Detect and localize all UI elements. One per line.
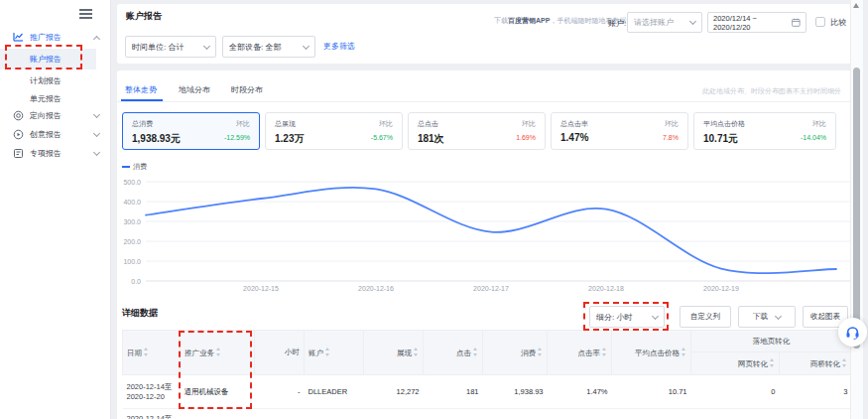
- svg-text:500.0: 500.0: [123, 179, 141, 186]
- stat-ratio-label: 环比: [236, 119, 250, 129]
- sort-icon: [216, 348, 221, 356]
- col-header-business[interactable]: 推广业务: [181, 331, 255, 375]
- sort-icon: [538, 348, 543, 356]
- sort-icon: [842, 358, 847, 367]
- sidebar-item-label: 计划报告: [30, 75, 62, 86]
- col-header-impressions[interactable]: 展现: [364, 331, 424, 375]
- stat-value: 181次: [418, 132, 444, 146]
- chevron-down-icon: [93, 149, 100, 156]
- cell-bridge-conversion: [780, 409, 852, 419]
- cell-clicks: 181: [424, 375, 483, 409]
- sort-icon: [325, 348, 330, 356]
- sidebar-item-account-report[interactable]: 账户报告: [0, 49, 96, 70]
- stat-value: 1.23万: [275, 132, 304, 146]
- cell-web-conversion: 0: [691, 375, 780, 409]
- col-header-bridge-conversion[interactable]: 商桥转化: [780, 352, 852, 375]
- tab-time-distribution[interactable]: 时段分布: [231, 84, 263, 95]
- target-icon: [13, 110, 24, 121]
- table-row[interactable]: 2020-12-14至2020-12-20 通用机械设备 - DLLEADER …: [123, 375, 852, 409]
- download-label: 下载: [753, 312, 768, 322]
- sidebar-section-promotion-report[interactable]: 推广报告: [0, 28, 111, 47]
- chevron-down-icon: [652, 312, 659, 319]
- col-header-web-conversion[interactable]: 网页转化: [691, 352, 780, 375]
- cell-business: [181, 409, 255, 419]
- legend-label: 消费: [133, 162, 147, 172]
- stat-value: 1.47%: [560, 132, 588, 143]
- date-range-picker[interactable]: 2020/12/14 ~ 2020/12/20: [707, 12, 806, 33]
- stat-change: 7.8%: [663, 134, 679, 141]
- app-promo-text: 下载百度营销APP，手机端随时随地看数据: [494, 16, 626, 26]
- sort-icon: [770, 358, 775, 367]
- time-unit-value: 时间单位: 合计: [132, 42, 184, 53]
- cell-hour: [255, 409, 305, 419]
- stat-value: 1,938.93元: [132, 132, 181, 146]
- stat-label: 平均点击价格: [703, 119, 745, 129]
- tab-overall-trend[interactable]: 整体走势: [125, 84, 157, 95]
- sidebar-item-label: 单元报告: [30, 93, 62, 104]
- tab-region-distribution[interactable]: 地域分布: [179, 84, 210, 95]
- scrollbar-up-arrow[interactable]: [853, 3, 859, 8]
- col-header-clicks[interactable]: 点击: [424, 331, 483, 375]
- compare-label: 比较: [830, 17, 846, 28]
- customer-service-button[interactable]: [838, 318, 867, 347]
- svg-text:2020-12-17: 2020-12-17: [473, 285, 509, 292]
- cell-ctr: [548, 409, 612, 419]
- stat-change: -14.04%: [801, 134, 826, 141]
- chevron-up-icon: [93, 35, 100, 42]
- scrollbar-thumb[interactable]: [853, 68, 860, 349]
- customize-columns-button[interactable]: 自定义列: [680, 306, 731, 328]
- more-filters-link[interactable]: 更多筛选: [323, 41, 355, 52]
- sidebar-section-creative-report[interactable]: 创意报告: [0, 125, 111, 144]
- col-header-avg-cpc[interactable]: 平均点击价格: [612, 331, 691, 375]
- stat-card-ctr[interactable]: 总点击率 环比 1.47% 7.8%: [551, 112, 688, 150]
- line-chart-icon: [13, 32, 24, 43]
- sidebar-item-plan-report[interactable]: 计划报告: [0, 71, 111, 90]
- segment-select[interactable]: 细分: 小时: [589, 306, 665, 328]
- table-row[interactable]: 2020-12-14至2020-12: [123, 409, 852, 419]
- collapse-sidebar-icon[interactable]: [79, 9, 92, 19]
- page-title: 账户报告: [126, 10, 162, 23]
- app-window: 推广报告 账户报告 计划报告 单元报告 定向报告 创意报告 专项报告 账户报告 …: [0, 0, 868, 419]
- download-button[interactable]: 下载: [738, 306, 796, 328]
- cell-date: 2020-12-14至2020-12: [123, 409, 181, 419]
- svg-text:100.0: 100.0: [123, 258, 141, 265]
- col-header-hour[interactable]: 小时: [255, 331, 305, 375]
- svg-text:2020-12-19: 2020-12-19: [703, 285, 739, 292]
- detail-table: 日期 推广业务 小时 账户 展现 点击 消费 点击率 平均点击价格 落地页转化 …: [122, 330, 851, 419]
- stat-card-avg-cpc[interactable]: 平均点击价格 环比 10.71元 -14.04%: [693, 112, 836, 150]
- compare-checkbox[interactable]: [815, 17, 825, 27]
- chevron-down-icon: [203, 42, 210, 49]
- svg-text:200.0: 200.0: [123, 238, 141, 245]
- col-header-account[interactable]: 账户: [305, 331, 364, 375]
- stat-card-total-clicks[interactable]: 总点击 环比 181次 1.69%: [408, 112, 546, 150]
- stat-card-total-impressions[interactable]: 总展现 环比 1.23万 -5.67%: [265, 112, 403, 150]
- col-header-ctr[interactable]: 点击率: [548, 331, 612, 375]
- col-header-date[interactable]: 日期: [123, 331, 181, 375]
- account-select[interactable]: 请选择账户: [627, 12, 702, 33]
- cell-business: 通用机械设备: [181, 375, 255, 409]
- stat-change: 1.69%: [516, 134, 536, 141]
- date-range-value: 2020/12/14 ~ 2020/12/20: [713, 14, 792, 32]
- cell-date: 2020-12-14至2020-12-20: [123, 375, 181, 409]
- chevron-down-icon: [93, 111, 100, 118]
- cell-clicks: [424, 409, 483, 419]
- stat-change: -12.59%: [224, 134, 250, 141]
- segment-select-value: 细分: 小时: [596, 312, 632, 323]
- play-circle-icon: [13, 129, 24, 140]
- col-header-cost[interactable]: 消费: [483, 331, 548, 375]
- sidebar-section-label: 创意报告: [30, 129, 62, 140]
- stat-ratio-label: 环比: [379, 119, 393, 129]
- cell-impressions: 12,272: [364, 375, 424, 409]
- svg-text:0.0: 0.0: [131, 278, 141, 285]
- stat-label: 总点击率: [560, 119, 588, 129]
- sidebar-section-special-report[interactable]: 专项报告: [0, 144, 111, 163]
- device-select[interactable]: 全部设备: 全部: [222, 36, 315, 58]
- time-unit-select[interactable]: 时间单位: 合计: [125, 36, 216, 58]
- sidebar-section-targeting-report[interactable]: 定向报告: [0, 106, 111, 125]
- cell-account: [305, 409, 364, 419]
- col-group-landing-conversion: 落地页转化: [691, 331, 852, 352]
- cell-account: DLLEADER: [305, 375, 364, 409]
- trend-line-chart[interactable]: 500.0400.0300.0200.0100.00.02020-12-1520…: [120, 175, 854, 296]
- device-value: 全部设备: 全部: [229, 42, 281, 53]
- stat-card-total-cost[interactable]: 总消费 环比 1,938.93元 -12.59%: [122, 112, 260, 150]
